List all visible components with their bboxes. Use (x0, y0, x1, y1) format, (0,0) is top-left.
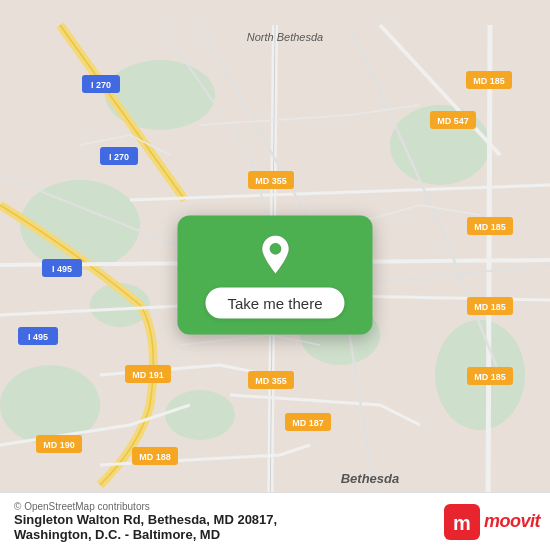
svg-point-6 (165, 390, 235, 440)
svg-text:MD 547: MD 547 (437, 116, 469, 126)
address-line1: Singleton Walton Rd, Bethesda, MD 20817, (14, 512, 277, 527)
svg-text:North Bethesda: North Bethesda (247, 31, 323, 43)
map-container: I 270 I 270 I 495 I 495 MD 355 MD 355 MD… (0, 0, 550, 550)
bottom-bar: © OpenStreetMap contributors Singleton W… (0, 492, 550, 550)
svg-text:MD 185: MD 185 (473, 76, 505, 86)
svg-text:MD 185: MD 185 (474, 302, 506, 312)
moovit-logo: m moovit (444, 504, 540, 540)
location-pin-icon (256, 234, 294, 278)
bottom-left-info: © OpenStreetMap contributors Singleton W… (14, 501, 277, 542)
svg-text:I 495: I 495 (28, 332, 48, 342)
moovit-m-icon: m (444, 504, 480, 540)
svg-text:I 270: I 270 (109, 152, 129, 162)
popup-card: Take me there (177, 216, 372, 335)
address-text: Singleton Walton Rd, Bethesda, MD 20817,… (14, 512, 277, 542)
svg-text:MD 191: MD 191 (132, 370, 164, 380)
svg-text:MD 355: MD 355 (255, 176, 287, 186)
svg-text:MD 187: MD 187 (292, 418, 324, 428)
svg-text:Bethesda: Bethesda (341, 471, 400, 486)
address-line2: Washington, D.C. - Baltimore, MD (14, 527, 220, 542)
svg-text:MD 188: MD 188 (139, 452, 171, 462)
svg-text:MD 185: MD 185 (474, 222, 506, 232)
copyright-text: © OpenStreetMap contributors (14, 501, 277, 512)
svg-point-1 (105, 60, 215, 130)
svg-text:MD 190: MD 190 (43, 440, 75, 450)
svg-point-40 (269, 243, 280, 254)
svg-text:MD 185: MD 185 (474, 372, 506, 382)
take-me-there-button[interactable]: Take me there (205, 288, 344, 319)
svg-text:m: m (453, 512, 471, 534)
svg-text:I 270: I 270 (91, 80, 111, 90)
svg-text:I 495: I 495 (52, 264, 72, 274)
moovit-brand-text: moovit (484, 511, 540, 532)
svg-text:MD 355: MD 355 (255, 376, 287, 386)
